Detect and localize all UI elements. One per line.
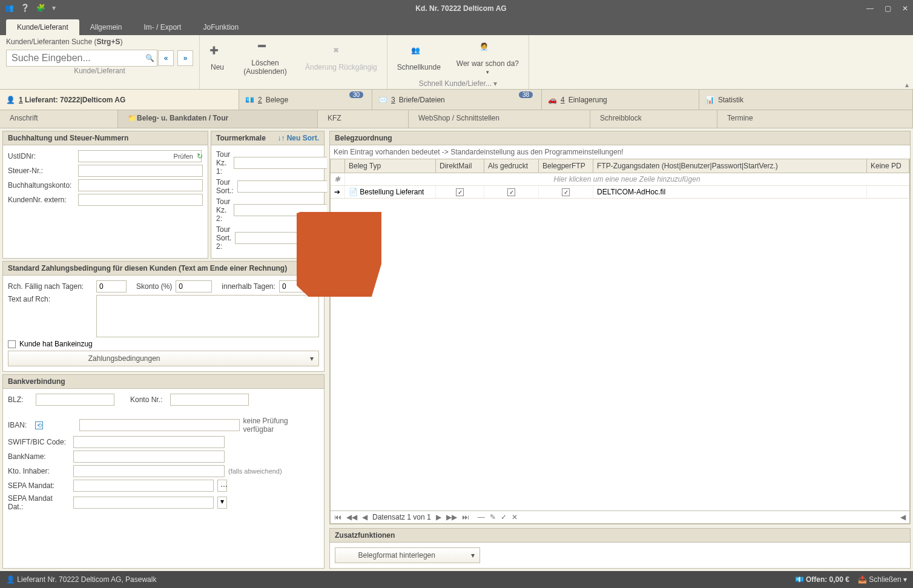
refresh-icon[interactable]: ↻ <box>197 152 203 160</box>
title-bar: 👥 ❔ 🧩 ▾ Kd. Nr. 70222 Delticom AG — ▢ ✕ <box>0 0 913 17</box>
tour-sort2-input[interactable] <box>235 232 327 244</box>
iban-link-icon[interactable]: ⟲ <box>35 421 43 429</box>
content-area: Buchhaltung und Steuer-Nummern UstIDNr: … <box>0 128 913 571</box>
subtab-kfz[interactable]: KFZ <box>318 110 409 128</box>
tour-sort1-input[interactable] <box>237 180 327 193</box>
grid-row[interactable]: ➔ 📄 Bestellung Lieferant ✓ ✓ ✓ DELTICOM-… <box>331 186 909 199</box>
status-person-icon: 👤 <box>6 575 15 584</box>
panel-accounting: Buchhaltung und Steuer-Nummern UstIDNr: … <box>2 131 208 259</box>
ribbon-tab-jofunktion[interactable]: JoFunktion <box>192 19 249 35</box>
swift-input[interactable] <box>73 436 225 448</box>
zahlungsbedingungen-dropdown[interactable]: Zahlungsbedingungen▾ <box>8 351 319 366</box>
person-icon: 👤 <box>6 96 15 104</box>
doc-icon: 📄 <box>349 188 358 196</box>
grid-navigator[interactable]: ⏮◀◀◀ Datensatz 1 von 1 ▶▶▶⏭ —✎✓✕ ◀ <box>331 510 909 523</box>
iban-input[interactable] <box>79 419 240 431</box>
tab-statistik[interactable]: 📊 Statistik <box>699 90 913 110</box>
innerhalb-input[interactable] <box>279 280 309 292</box>
row-indicator-icon: ➔ <box>331 186 345 198</box>
belegformat-button[interactable]: Belegformat hinterlegen▾ <box>335 547 480 563</box>
new-button[interactable]: ➕Neu <box>206 45 229 73</box>
text-rch-input[interactable] <box>96 295 319 337</box>
badge: 30 <box>349 91 363 98</box>
tab-briefe[interactable]: ✉️ 3 Briefe/Dateien 38 <box>372 90 542 110</box>
bankeinzug-checkbox[interactable] <box>8 340 16 348</box>
gedruckt-checkbox[interactable]: ✓ <box>507 188 515 196</box>
grid-new-row[interactable]: ✱ Hier klicken um eine neue Zeile hinzuz… <box>331 173 909 186</box>
tool-icon[interactable]: 🧩 <box>36 4 46 13</box>
sub-tabs: Anschrift 📁Beleg- u. Bankdaten / Tour KF… <box>0 110 913 128</box>
nav-prev-button[interactable]: « <box>158 50 174 66</box>
bankname-input[interactable] <box>73 451 225 463</box>
badge: 38 <box>519 91 533 98</box>
subtab-beleg-bank[interactable]: 📁Beleg- u. Bankdaten / Tour <box>118 110 318 128</box>
steuer-input[interactable] <box>78 165 203 177</box>
ribbon: Kunden/Lieferanten Suche (Strg+S) 🔍 « » … <box>0 35 913 90</box>
help-icon[interactable]: ❔ <box>21 4 30 13</box>
nav-next-button[interactable]: » <box>177 50 193 66</box>
kundennr-extern-input[interactable] <box>78 194 203 206</box>
panel-bank: Bankverbindung BLZ: Konto Nr.: IBAN: ⟲ k… <box>2 374 325 569</box>
direktmail-checkbox[interactable]: ✓ <box>456 188 464 196</box>
search-label: Kunden/Lieferanten Suche (Strg+S) <box>6 38 193 46</box>
main-tabs: 👤 1 Lieferant: 70222|Delticom AG 💶 2 Bel… <box>0 90 913 110</box>
status-bar: 👤 Lieferant Nr. 70222 Delticom AG, Pasew… <box>0 571 913 588</box>
ribbon-group-label-2: Schnell Kunde/Liefer... ▾ <box>394 79 522 88</box>
konto-input[interactable] <box>170 394 249 406</box>
blz-input[interactable] <box>36 394 114 406</box>
delete-button[interactable]: ➖Löschen (Ausblenden) <box>237 41 293 77</box>
panel-payment: Standard Zahlungsbedingung für diesen Ku… <box>2 261 325 372</box>
grid-header: Beleg Typ DirektMail Als gedruckt Belegp… <box>331 159 909 173</box>
ribbon-tab-kunde[interactable]: Kunde/Lieferant <box>6 19 79 35</box>
sepa-mandat-input[interactable] <box>73 480 214 492</box>
search-input[interactable] <box>6 50 157 67</box>
ribbon-tab-allgemein[interactable]: Allgemein <box>79 19 133 35</box>
ribbon-tab-import[interactable]: Im- / Export <box>133 19 192 35</box>
tab-einlagerung[interactable]: 🚗 4 Einlagerung <box>542 90 699 110</box>
money-icon: 💶 <box>245 96 254 104</box>
ribbon-tabs: Kunde/Lieferant Allgemein Im- / Export J… <box>0 17 913 35</box>
tour-kz2-input[interactable] <box>234 204 327 216</box>
sepa-mandat-dat-input[interactable] <box>73 497 214 509</box>
schliessen-button[interactable]: 📤 Schließen ▾ <box>858 575 907 584</box>
tab-belege[interactable]: 💶 2 Belege 30 <box>239 90 372 110</box>
panel-header: Buchhaltung und Steuer-Nummern <box>3 131 208 145</box>
neu-sort-link[interactable]: ↓↑ Neu Sort. <box>277 134 319 142</box>
status-offen: 💶 Offen: 0,00 € <box>795 575 849 584</box>
car-icon: 🚗 <box>548 96 557 104</box>
ribbon-group-label-1: Kunde/Lieferant <box>6 67 193 75</box>
inhaber-input[interactable] <box>73 465 225 477</box>
werwar-button[interactable]: 🧑‍💼Wer war schon da?▾ <box>453 41 522 76</box>
subtab-webshop[interactable]: WebShop / Schnittstellen <box>409 110 590 128</box>
search-icon[interactable]: 🔍 <box>145 54 154 62</box>
schnellkunde-button[interactable]: 👥Schnellkunde <box>394 45 444 73</box>
buchhaltung-input[interactable] <box>78 179 203 191</box>
undo-button: ✖Änderung Rückgängig <box>302 45 381 73</box>
pruefen-link[interactable]: Prüfen <box>174 153 193 160</box>
tab-lieferant[interactable]: 👤 1 Lieferant: 70222|Delticom AG <box>0 90 239 110</box>
tour-kz1-input[interactable] <box>234 157 327 169</box>
mandat-more-button[interactable]: … <box>217 480 227 492</box>
chart-icon: 📊 <box>705 96 714 104</box>
subtab-schreibblock[interactable]: Schreibblock <box>590 110 717 128</box>
panel-tour: Tourmerkmale↓↑ Neu Sort. Tour Kz. 1: Tou… <box>211 131 325 259</box>
ftp-checkbox[interactable]: ✓ <box>562 188 570 196</box>
subtab-termine[interactable]: Termine <box>717 110 913 128</box>
minimize-button[interactable]: — <box>866 4 874 13</box>
app-icon: 👥 <box>5 4 15 13</box>
subtab-anschrift[interactable]: Anschrift <box>0 110 118 128</box>
panel-belegzuordnung: Belegzuordnung Kein Eintrag vorhanden be… <box>329 131 911 524</box>
window-title: Kd. Nr. 70222 Delticom AG <box>56 4 866 13</box>
mandat-dat-dropdown[interactable]: ▾ <box>217 497 227 509</box>
mail-icon: ✉️ <box>378 96 387 104</box>
close-button[interactable]: ✕ <box>902 4 908 13</box>
faellig-input[interactable] <box>96 280 127 292</box>
panel-zusatz: Zusatzfunktionen Belegformat hinterlegen… <box>329 528 911 569</box>
ribbon-collapse-icon[interactable]: ▴ <box>901 35 913 89</box>
maximize-button[interactable]: ▢ <box>885 4 891 13</box>
skonto-input[interactable] <box>176 280 212 292</box>
